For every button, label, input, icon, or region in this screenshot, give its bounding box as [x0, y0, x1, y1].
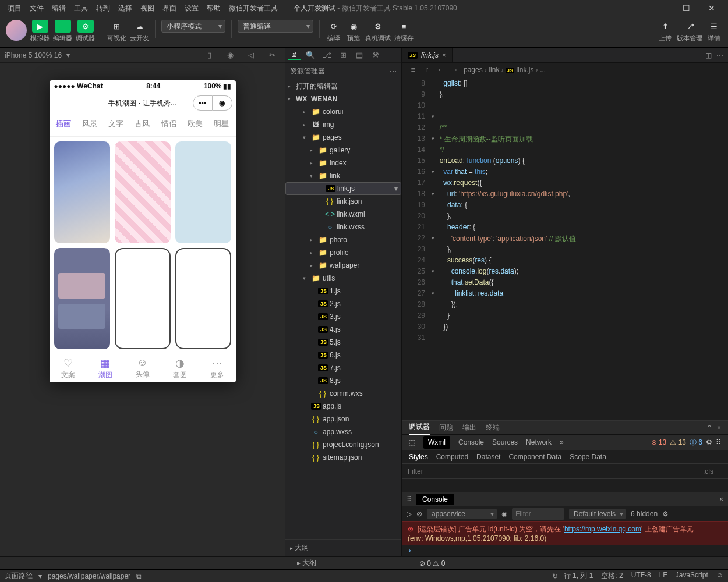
error-link[interactable]: https://mp.weixin.qq.com: [564, 525, 641, 533]
tree-gallery[interactable]: ▸📁gallery: [285, 144, 401, 157]
mute-icon[interactable]: ◁: [243, 51, 259, 59]
stab-Dataset[interactable]: Dataset: [476, 453, 500, 461]
tree-app.wxss[interactable]: ⟐app.wxss: [285, 425, 401, 438]
tree-2.js[interactable]: JS2.js: [285, 297, 401, 310]
wallpaper-card[interactable]: [54, 141, 110, 243]
build-icon[interactable]: ⚒: [369, 51, 382, 59]
crumb-link.js[interactable]: JS link.js: [506, 66, 533, 74]
menu-编辑[interactable]: 编辑: [48, 2, 70, 14]
close-button[interactable]: ✕: [699, 1, 725, 15]
feedback-icon[interactable]: ☺: [716, 571, 723, 581]
eol[interactable]: LF: [659, 571, 667, 581]
toolbar-调试器[interactable]: ⚙调试器: [76, 20, 95, 42]
tree-img[interactable]: ▸🖼img: [285, 118, 401, 131]
levels-select[interactable]: Default levels: [569, 509, 626, 519]
btab-终端[interactable]: 终端: [486, 423, 500, 432]
cat-明星[interactable]: 明星: [208, 116, 234, 132]
filter-input[interactable]: [408, 467, 698, 475]
device-info[interactable]: iPhone 5 100% 16: [5, 51, 62, 59]
tree-index[interactable]: ▸📁index: [285, 157, 401, 169]
tree-profile[interactable]: ▸📁profile: [285, 246, 401, 259]
btab-调试器[interactable]: 调试器: [409, 420, 430, 435]
tab-link-js[interactable]: JS link.js ×: [402, 48, 453, 62]
context-select[interactable]: appservice: [427, 509, 497, 519]
toolbar-模拟器[interactable]: ▶模拟器: [30, 20, 50, 42]
compile-mode-select[interactable]: 普通编译: [238, 20, 313, 33]
branch-icon[interactable]: ⎇: [320, 51, 333, 59]
cut-icon[interactable]: ✂: [264, 51, 280, 59]
capsule-close-icon[interactable]: ◉: [213, 95, 232, 111]
toolbar-云开发[interactable]: ☁云开发: [130, 20, 149, 42]
menu-项目[interactable]: 项目: [3, 2, 26, 14]
tree-wallpaper[interactable]: ▸📁wallpaper: [285, 259, 401, 272]
tree-link[interactable]: ▾📁link: [285, 169, 401, 182]
gear-icon[interactable]: ⚙: [706, 438, 712, 446]
wallpaper-card[interactable]: [115, 248, 171, 350]
toolbar-详情[interactable]: ☰详情: [706, 20, 722, 42]
tree-utils[interactable]: ▾📁utils: [285, 272, 401, 285]
tree-link.wxml[interactable]: < >link.wxml: [285, 208, 401, 221]
menu-视图[interactable]: 视图: [136, 2, 158, 14]
toc-icon[interactable]: ≡: [408, 66, 418, 74]
open-editors-section[interactable]: ▸打开的编辑器: [285, 80, 401, 93]
tree-3.js[interactable]: JS3.js: [285, 310, 401, 323]
tab-潮图[interactable]: ▦潮图: [87, 357, 124, 380]
cursor-position[interactable]: 行 1, 列 1: [564, 571, 593, 581]
inspect-icon[interactable]: ⬚: [409, 438, 415, 446]
toolbar-预览[interactable]: ◉预览: [345, 20, 362, 42]
toolbar-版本管理[interactable]: ⎇版本管理: [677, 20, 702, 42]
dtab-Console[interactable]: Console: [458, 438, 484, 446]
wallpaper-card[interactable]: [54, 248, 110, 350]
record-icon[interactable]: ◉: [222, 51, 238, 59]
crumb-link[interactable]: link: [489, 66, 499, 74]
cat-情侣[interactable]: 情侣: [156, 116, 182, 132]
tree-4.js[interactable]: JS4.js: [285, 323, 401, 336]
expand-icon[interactable]: ⠿: [407, 495, 412, 503]
stop-icon[interactable]: ⊘: [416, 510, 422, 518]
dtab-Wxml[interactable]: Wxml: [423, 436, 450, 449]
more-icon[interactable]: ⋯: [716, 51, 723, 59]
tree-project.config.json[interactable]: { }project.config.json: [285, 438, 401, 451]
ext-icon[interactable]: ⊞: [337, 51, 349, 59]
path-dropdown-icon[interactable]: ▾: [38, 572, 42, 580]
tree-app.js[interactable]: JSapp.js: [285, 400, 401, 413]
toolbar-上传[interactable]: ⬆上传: [657, 20, 673, 42]
cat-风景[interactable]: 风景: [77, 116, 103, 132]
encoding[interactable]: UTF-8: [631, 571, 651, 581]
code-editor[interactable]: 891011▾1213▾141516▾1718▾19202122▾232425▾…: [402, 77, 728, 420]
indent-info[interactable]: 空格: 2: [601, 571, 623, 581]
tree-pages[interactable]: ▾📁pages: [285, 131, 401, 144]
tree-app.json[interactable]: { }app.json: [285, 413, 401, 425]
menu-转到[interactable]: 转到: [92, 2, 114, 14]
dtab-Network[interactable]: Network: [526, 438, 552, 446]
minimize-button[interactable]: —: [648, 1, 673, 15]
outline-section[interactable]: ▸ 大纲: [285, 539, 401, 556]
cat-古风[interactable]: 古风: [129, 116, 156, 132]
console-filter-input[interactable]: [512, 508, 564, 520]
add-icon[interactable]: +: [718, 467, 722, 475]
menu-工具[interactable]: 工具: [70, 2, 92, 14]
device-dropdown-icon[interactable]: ▾: [66, 51, 70, 59]
stab-Component Data[interactable]: Component Data: [508, 453, 561, 461]
tab-更多[interactable]: ⋯更多: [199, 357, 236, 380]
collapse-icon[interactable]: ⌃: [706, 424, 712, 432]
menu-帮助[interactable]: 帮助: [203, 2, 225, 14]
tree-link.json[interactable]: { }link.json: [285, 195, 401, 208]
sync-icon[interactable]: ↻: [552, 572, 558, 580]
gear-icon[interactable]: ⚙: [662, 510, 669, 518]
avatar[interactable]: [6, 20, 27, 41]
clear-icon[interactable]: ▷: [407, 510, 412, 518]
copy-icon[interactable]: ⧉: [136, 572, 142, 580]
close-icon[interactable]: ×: [717, 424, 721, 432]
toolbar-真机调试[interactable]: ⚙真机调试: [365, 20, 391, 42]
toolbar-清缓存[interactable]: ≡清缓存: [394, 20, 414, 42]
wallpaper-card[interactable]: [175, 141, 231, 243]
tree-1.js[interactable]: JS1.js: [285, 285, 401, 297]
menu-文件[interactable]: 文件: [26, 2, 48, 14]
menu-设置[interactable]: 设置: [181, 2, 203, 14]
capsule-menu-icon[interactable]: •••: [193, 95, 213, 111]
tree-7.js[interactable]: JS7.js: [285, 361, 401, 374]
cat-插画[interactable]: 插画: [51, 116, 77, 132]
tab-头像[interactable]: ☺头像: [124, 357, 161, 380]
tab-套图[interactable]: ◑套图: [161, 357, 199, 380]
